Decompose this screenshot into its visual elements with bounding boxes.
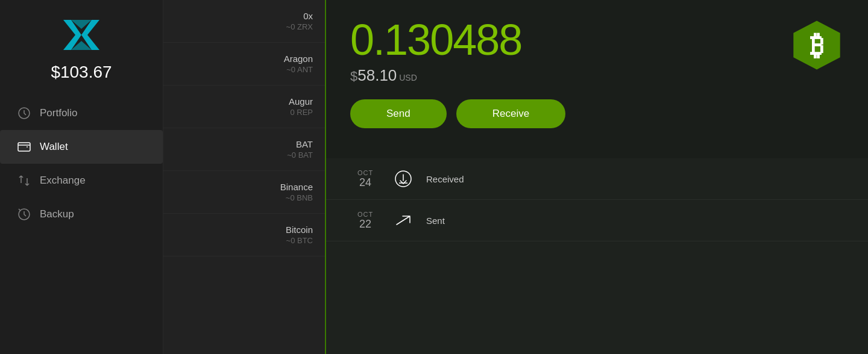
received-icon <box>392 168 414 190</box>
coin-name: BAT <box>175 139 313 149</box>
action-buttons: Send Receive <box>350 99 565 128</box>
coin-amount: ~0 BAT <box>175 151 313 160</box>
sidebar-item-portfolio[interactable]: Portfolio <box>0 96 163 130</box>
btc-balance: 0.130488 <box>350 18 565 61</box>
sidebar-item-wallet[interactable]: Wallet <box>0 130 163 164</box>
usd-unit: USD <box>397 73 417 82</box>
tx-date: OCT 22 <box>350 211 380 231</box>
wallet-label: Wallet <box>40 141 68 153</box>
list-item[interactable]: Aragon ~0 ANT <box>163 43 325 85</box>
sidebar-item-backup[interactable]: Backup <box>0 197 163 231</box>
coin-name: Aragon <box>175 54 313 64</box>
table-row[interactable]: OCT 24 Received <box>326 158 868 200</box>
send-button[interactable]: Send <box>350 99 447 128</box>
sent-icon <box>392 210 414 231</box>
coin-amount: ~0 BTC <box>175 236 313 245</box>
coin-name: Augur <box>175 96 313 107</box>
tx-label: Received <box>426 174 464 184</box>
balance-section: 0.130488 $58.10 USD Send Receive <box>350 18 565 140</box>
dollar-sign: $ <box>350 69 357 84</box>
backup-icon <box>17 207 31 222</box>
exchange-label: Exchange <box>40 175 86 187</box>
exchange-icon <box>17 173 31 188</box>
coin-amount: 0 REP <box>175 108 313 117</box>
transactions-list: OCT 24 Received OCT 22 Se <box>326 158 868 354</box>
coin-name: 0x <box>175 11 313 21</box>
sidebar: $103.67 Portfolio Wallet Exchange <box>0 0 163 354</box>
list-item[interactable]: Augur 0 REP <box>163 85 325 128</box>
wallet-icon <box>17 140 31 154</box>
list-item[interactable]: BAT ~0 BAT <box>163 128 325 171</box>
coin-amount: ~0 BNB <box>175 193 313 202</box>
btc-icon-container: ₿ <box>790 18 844 75</box>
tx-date: OCT 24 <box>350 169 380 189</box>
coin-list: 0x ~0 ZRX Aragon ~0 ANT Augur 0 REP BAT … <box>163 0 326 354</box>
tx-day: 24 <box>350 176 380 189</box>
tx-month: OCT <box>350 211 380 218</box>
receive-button[interactable]: Receive <box>456 99 565 128</box>
nav-items: Portfolio Wallet Exchange <box>0 96 163 231</box>
sidebar-item-exchange[interactable]: Exchange <box>0 164 163 197</box>
clock-icon <box>17 106 31 120</box>
coin-name: Bitcoin <box>175 225 313 235</box>
btc-hexagon-icon: ₿ <box>790 18 844 72</box>
list-item[interactable]: Binance ~0 BNB <box>163 171 325 214</box>
svg-text:₿: ₿ <box>810 30 824 61</box>
coin-name: Binance <box>175 182 313 192</box>
total-balance: $103.67 <box>51 63 112 82</box>
usd-balance: $58.10 USD <box>350 66 565 85</box>
tx-month: OCT <box>350 169 380 176</box>
svg-rect-5 <box>18 143 30 151</box>
usd-amount: 58.10 <box>357 66 397 84</box>
list-item[interactable]: Bitcoin ~0 BTC <box>163 214 325 256</box>
coin-amount: ~0 ZRX <box>175 22 313 31</box>
portfolio-label: Portfolio <box>40 107 77 119</box>
tx-label: Sent <box>426 216 445 226</box>
coin-detail-panel: 0.130488 $58.10 USD Send Receive ₿ <box>326 0 868 354</box>
coin-detail-header: 0.130488 $58.10 USD Send Receive ₿ <box>326 0 868 158</box>
logo <box>60 17 102 55</box>
tx-day: 22 <box>350 218 380 231</box>
backup-label: Backup <box>40 208 74 220</box>
table-row[interactable]: OCT 22 Sent <box>326 200 868 241</box>
list-item[interactable]: 0x ~0 ZRX <box>163 0 325 43</box>
detail-top: 0.130488 $58.10 USD Send Receive ₿ <box>350 18 844 140</box>
coin-amount: ~0 ANT <box>175 65 313 74</box>
